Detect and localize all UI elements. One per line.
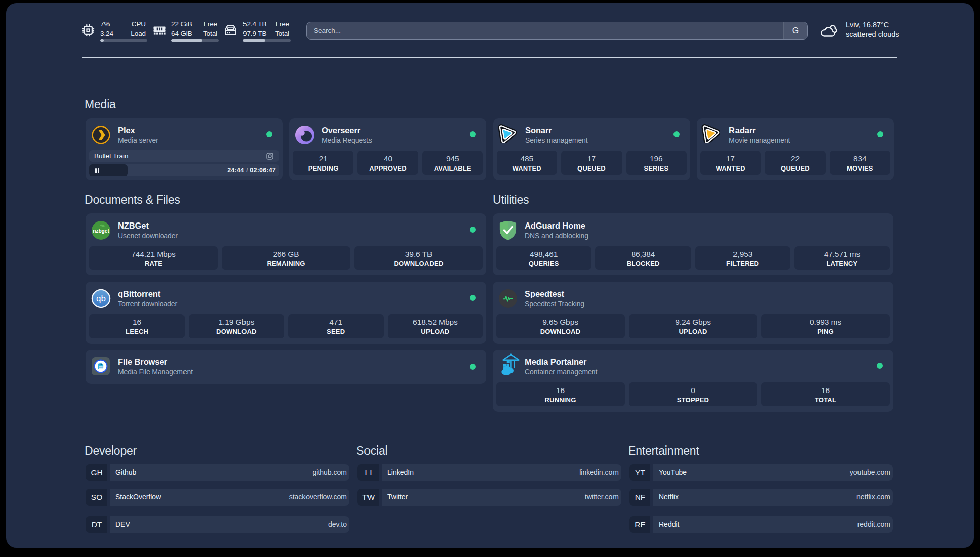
svg-text:qb: qb (96, 294, 106, 303)
svg-text:nzbget: nzbget (93, 228, 109, 234)
